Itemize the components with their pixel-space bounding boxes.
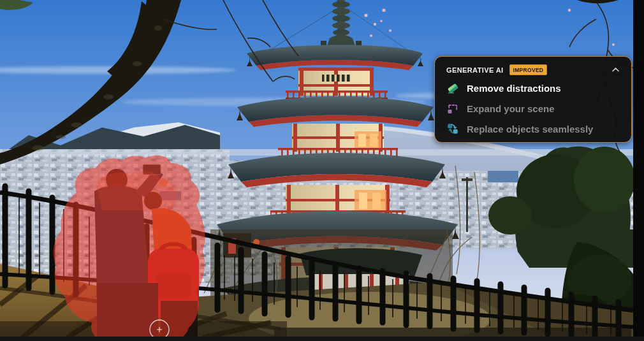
eraser-icon	[446, 82, 459, 94]
bottom-bar	[0, 337, 644, 341]
replace-icon	[446, 122, 459, 135]
menu-item-label: Expand your scene	[467, 103, 555, 114]
menu-item-remove-distractions[interactable]: Remove distractions	[435, 78, 631, 98]
improved-badge: IMPROVED	[509, 64, 548, 75]
menu-item-label: Remove distractions	[467, 83, 561, 94]
expand-icon	[446, 102, 459, 115]
app-window: GENERATIVE AI IMPROVED	[0, 0, 644, 341]
panel-header: GENERATIVE AI IMPROVED	[435, 57, 631, 78]
menu-item-label: Replace objects seamlessly	[467, 124, 593, 134]
canvas-right-gutter	[633, 0, 644, 341]
panel-title: GENERATIVE AI	[446, 66, 504, 74]
generative-ai-panel: GENERATIVE AI IMPROVED	[434, 56, 632, 143]
menu-item-replace-objects[interactable]: Replace objects seamlessly	[435, 119, 631, 139]
chevron-up-icon[interactable]	[610, 66, 621, 74]
menu-item-expand-scene[interactable]: Expand your scene	[435, 98, 631, 119]
photo-canvas[interactable]	[0, 0, 633, 338]
